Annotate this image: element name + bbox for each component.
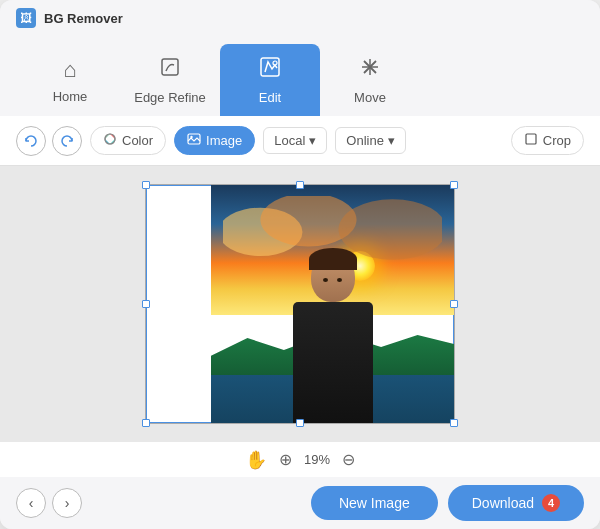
zoom-out-icon[interactable]: ⊖ [342, 450, 355, 469]
right-eye [337, 278, 342, 282]
svg-rect-0 [162, 59, 178, 75]
undo-redo-group [16, 126, 82, 156]
download-label: Download [472, 495, 534, 511]
svg-point-2 [273, 61, 277, 65]
local-chevron-icon: ▾ [309, 133, 316, 148]
color-button[interactable]: Color [90, 126, 166, 155]
fake-photo [211, 185, 454, 423]
footer-bar: ‹ › New Image Download 4 [0, 477, 600, 529]
photo-container [211, 185, 454, 423]
crop-button[interactable]: Crop [511, 126, 584, 155]
prev-button[interactable]: ‹ [16, 488, 46, 518]
app-title: BG Remover [44, 11, 123, 26]
zoom-bar: ✋ ⊕ 19% ⊖ [0, 441, 600, 477]
image-icon [187, 132, 201, 149]
tab-edit[interactable]: Edit [220, 44, 320, 116]
online-label: Online [346, 133, 384, 148]
crop-label: Crop [543, 133, 571, 148]
handle-mid-left[interactable] [142, 300, 150, 308]
hand-tool-icon[interactable]: ✋ [245, 449, 267, 471]
person-element [293, 244, 373, 423]
person-hair [309, 248, 357, 270]
app-window: 🖼 BG Remover ⌂ Home Edge Refine [0, 0, 600, 529]
tab-move[interactable]: Move [320, 44, 420, 116]
handle-bottom-right[interactable] [450, 419, 458, 427]
tab-edit-label: Edit [259, 90, 281, 105]
image-canvas[interactable] [145, 184, 455, 424]
handle-top-mid[interactable] [296, 181, 304, 189]
tab-move-label: Move [354, 90, 386, 105]
color-label: Color [122, 133, 153, 148]
online-dropdown[interactable]: Online ▾ [335, 127, 406, 154]
prev-icon: ‹ [29, 495, 34, 511]
crop-icon [524, 132, 538, 149]
svg-point-6 [190, 136, 192, 138]
handle-bottom-mid[interactable] [296, 419, 304, 427]
handle-bottom-left[interactable] [142, 419, 150, 427]
canvas-area [0, 166, 600, 441]
tab-edge-refine-label: Edge Refine [134, 90, 206, 105]
app-icon: 🖼 [16, 8, 36, 28]
move-icon [359, 56, 381, 84]
edit-icon [259, 56, 281, 84]
footer-actions: New Image Download 4 [311, 485, 584, 521]
person-body [293, 302, 373, 423]
edge-refine-icon [159, 56, 181, 84]
online-chevron-icon: ▾ [388, 133, 395, 148]
title-bar: 🖼 BG Remover [0, 0, 600, 36]
handle-top-right[interactable] [450, 181, 458, 189]
download-badge: 4 [542, 494, 560, 512]
undo-button[interactable] [16, 126, 46, 156]
tab-home-label: Home [53, 89, 88, 104]
svg-point-4 [105, 134, 115, 144]
image-button[interactable]: Image [174, 126, 255, 155]
redo-button[interactable] [52, 126, 82, 156]
home-icon: ⌂ [63, 57, 76, 83]
local-label: Local [274, 133, 305, 148]
nav-tabs: ⌂ Home Edge Refine Edit [0, 36, 600, 116]
svg-rect-7 [526, 134, 536, 144]
left-eye [323, 278, 328, 282]
next-icon: › [65, 495, 70, 511]
zoom-in-icon[interactable]: ⊕ [279, 450, 292, 469]
image-label: Image [206, 133, 242, 148]
tab-home[interactable]: ⌂ Home [20, 44, 120, 116]
download-button[interactable]: Download 4 [448, 485, 584, 521]
local-dropdown[interactable]: Local ▾ [263, 127, 327, 154]
toolbar: Color Image Local ▾ Online ▾ [0, 116, 600, 166]
person-face [319, 270, 347, 290]
zoom-level: 19% [304, 452, 330, 467]
handle-top-left[interactable] [142, 181, 150, 189]
handle-mid-right[interactable] [450, 300, 458, 308]
person-head [311, 252, 355, 302]
new-image-button[interactable]: New Image [311, 486, 438, 520]
color-icon [103, 132, 117, 149]
next-button[interactable]: › [52, 488, 82, 518]
tab-edge-refine[interactable]: Edge Refine [120, 44, 220, 116]
